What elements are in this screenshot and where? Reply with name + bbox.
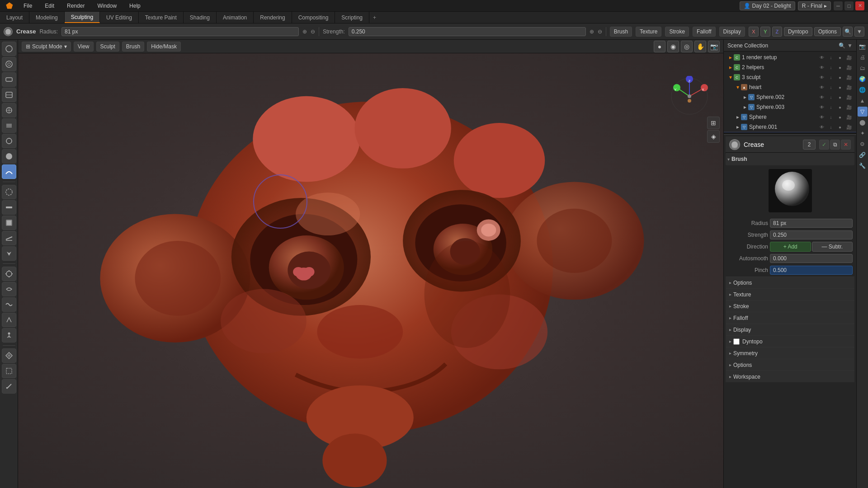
props-icon-output[interactable]: 🖨 bbox=[858, 52, 868, 62]
nav-gizmo[interactable]: X Y Z bbox=[669, 76, 710, 117]
tab-shading[interactable]: Shading bbox=[184, 12, 217, 23]
tab-animation[interactable]: Animation bbox=[217, 12, 254, 23]
sculpt-mode-selector[interactable]: ⊞ Sculpt Mode ▾ bbox=[22, 42, 71, 52]
options-section[interactable]: ▸ Options bbox=[726, 277, 854, 288]
brush-menu-btn[interactable]: Brush bbox=[122, 42, 144, 52]
tool-elastic[interactable] bbox=[2, 282, 16, 296]
tool-smooth[interactable] bbox=[2, 185, 16, 199]
tool-pinch[interactable] bbox=[2, 246, 16, 261]
3d-viewport[interactable]: X Y Z bbox=[18, 53, 723, 488]
stroke-section[interactable]: ▸ Stroke bbox=[726, 300, 854, 312]
outliner-item-sphere001[interactable]: ▸ ▽ Sphere.001 👁 ↓ ● 🎥 bbox=[724, 122, 856, 132]
axis-x-btn[interactable]: X bbox=[749, 27, 759, 37]
blender-logo[interactable]: ⬟ bbox=[4, 0, 15, 12]
tab-rendering[interactable]: Rendering bbox=[254, 12, 292, 23]
tool-scrape[interactable] bbox=[2, 231, 16, 245]
props-icon-object[interactable]: ▲ bbox=[858, 96, 868, 106]
brush-btn[interactable]: Brush bbox=[610, 27, 632, 37]
stroke-btn[interactable]: Stroke bbox=[665, 27, 689, 37]
tool-annotate[interactable] bbox=[2, 379, 16, 394]
tool-blob[interactable] bbox=[2, 149, 16, 164]
tab-compositing[interactable]: Compositing bbox=[292, 12, 335, 23]
options2-section[interactable]: ▸ Options bbox=[726, 359, 854, 371]
sculpt-menu-btn[interactable]: Sculpt bbox=[96, 42, 119, 52]
crease-copy-btn[interactable]: ⧉ bbox=[830, 140, 840, 150]
props-icon-constraints[interactable]: 🔗 bbox=[858, 150, 868, 160]
tab-add[interactable]: + bbox=[369, 14, 380, 21]
tool-thumb[interactable] bbox=[2, 313, 16, 327]
axis-z-btn[interactable]: Z bbox=[772, 27, 782, 37]
menu-file[interactable]: File bbox=[19, 0, 37, 11]
gizmo-hand[interactable]: ✋ bbox=[694, 41, 706, 52]
hide-mask-btn[interactable]: Hide/Mask bbox=[147, 42, 181, 52]
falloff-btn[interactable]: Falloff bbox=[693, 27, 715, 37]
viewport-display-rendered[interactable]: ◎ bbox=[681, 41, 693, 52]
tab-sculpting[interactable]: Sculpting bbox=[65, 12, 100, 23]
tab-layout[interactable]: Layout bbox=[0, 12, 29, 23]
crease-number[interactable]: 2 bbox=[803, 140, 816, 150]
tool-fill[interactable] bbox=[2, 216, 16, 230]
crease-checkmark-btn[interactable]: ✓ bbox=[819, 140, 829, 150]
tool-flatten[interactable] bbox=[2, 200, 16, 215]
maximize-btn[interactable]: □ bbox=[844, 1, 854, 10]
tool-clay[interactable] bbox=[2, 72, 16, 87]
outliner-item-sphere[interactable]: ▸ ▽ Sphere 👁 ↓ ● 🎥 bbox=[724, 112, 856, 122]
symmetry-section[interactable]: ▸ Symmetry bbox=[726, 347, 854, 359]
props-icon-modifier[interactable]: 🔧 bbox=[858, 161, 868, 171]
overlay-toggle-btn[interactable]: ⊞ bbox=[707, 117, 720, 129]
search-btn[interactable]: 🔍 bbox=[843, 27, 853, 37]
outliner-item-sphere003[interactable]: ▸ ▽ Sphere.003 👁 ↓ ● 🎥 bbox=[724, 102, 856, 112]
tool-crease[interactable] bbox=[2, 164, 16, 179]
tool-inflate[interactable] bbox=[2, 134, 16, 148]
camera-btn[interactable]: 📷 bbox=[708, 41, 720, 52]
brush-section-header[interactable]: ▾ Brush bbox=[726, 153, 854, 165]
display-btn[interactable]: Display bbox=[719, 27, 745, 37]
axis-y-btn[interactable]: Y bbox=[760, 27, 770, 37]
outliner-item-render-setup[interactable]: ▸ C 1 render setup 👁 ↓ ● 🎥 bbox=[724, 52, 856, 62]
tool-clay-thumb[interactable] bbox=[2, 103, 16, 117]
direction-subtract-btn[interactable]: — Subtr. bbox=[812, 242, 853, 252]
view-menu-btn[interactable]: View bbox=[74, 42, 94, 52]
menu-edit[interactable]: Edit bbox=[40, 0, 59, 11]
tool-layer[interactable] bbox=[2, 118, 16, 133]
falloff-section[interactable]: ▸ Falloff bbox=[726, 312, 854, 324]
outliner-search-btn[interactable]: 🔍 bbox=[839, 42, 845, 49]
texture-btn[interactable]: Texture bbox=[636, 27, 661, 37]
tool-clay-strips[interactable] bbox=[2, 88, 16, 102]
outliner-item-sphere002[interactable]: ▸ ▽ Sphere.002 👁 ↓ ● 🎥 bbox=[724, 92, 856, 102]
render-preset[interactable]: R - Final ▸ bbox=[798, 1, 831, 10]
texture-section[interactable]: ▸ Texture bbox=[726, 288, 854, 300]
viewport-options-btn[interactable]: Options bbox=[814, 27, 841, 36]
props-icon-material[interactable]: ⬤ bbox=[858, 117, 868, 127]
viewport-display-material[interactable]: ◉ bbox=[667, 41, 679, 52]
tool-mask[interactable] bbox=[2, 348, 16, 363]
autosmooth-value[interactable]: 0.000 bbox=[770, 254, 853, 263]
tool-grab[interactable] bbox=[2, 267, 16, 281]
tool-draw[interactable] bbox=[2, 42, 16, 56]
dyntopo-checkbox[interactable] bbox=[733, 338, 740, 345]
display-section[interactable]: ▸ Display bbox=[726, 324, 854, 335]
viewport-display-solid[interactable]: ● bbox=[654, 41, 665, 52]
tab-scripting[interactable]: Scripting bbox=[335, 12, 369, 23]
tool-pose[interactable] bbox=[2, 328, 16, 343]
menu-render[interactable]: Render bbox=[62, 0, 89, 11]
props-icon-world[interactable]: 🌐 bbox=[858, 85, 868, 95]
props-icon-scene[interactable]: 🌍 bbox=[858, 74, 868, 84]
props-icon-view-layer[interactable]: 🗂 bbox=[858, 63, 868, 73]
props-icon-physics[interactable]: ⚙ bbox=[858, 139, 868, 149]
tab-modeling[interactable]: Modeling bbox=[29, 12, 65, 23]
engine-selector[interactable]: 👤 Day 02 - Delight bbox=[740, 1, 795, 10]
tool-box-mask[interactable] bbox=[2, 364, 16, 378]
direction-add-btn[interactable]: + Add bbox=[770, 242, 811, 252]
outliner-item-heart[interactable]: ▾ ▲ heart 👁 ↓ ● 🎥 bbox=[724, 82, 856, 92]
close-btn[interactable]: ✕ bbox=[855, 1, 864, 10]
tool-snake[interactable] bbox=[2, 297, 16, 312]
workspace-section[interactable]: ▸ Workspace bbox=[726, 371, 854, 382]
outliner-item-helpers[interactable]: ▸ C 2 helpers 👁 ↓ ● 🎥 bbox=[724, 62, 856, 72]
outliner-item-sculpt[interactable]: ▾ C 3 sculpt 👁 ↓ ● 🎥 bbox=[724, 72, 856, 82]
radius-value[interactable]: 81 px bbox=[61, 27, 299, 36]
tab-uv-editing[interactable]: UV Editing bbox=[100, 12, 139, 23]
crease-delete-btn[interactable]: ✕ bbox=[841, 140, 851, 150]
xray-toggle-btn[interactable]: ◈ bbox=[707, 130, 720, 143]
tab-texture-paint[interactable]: Texture Paint bbox=[139, 12, 184, 23]
